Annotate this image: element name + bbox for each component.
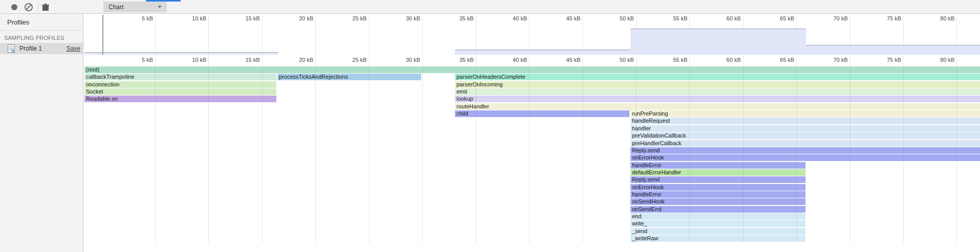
flame-chart-pane[interactable]: 5 kB10 kB15 kB20 kB25 kB30 kB35 kB40 kB4…: [83, 55, 980, 252]
overview-ruler-tick: 45 kB: [547, 15, 580, 21]
flame-gridline: [529, 55, 530, 243]
flame-gridline: [796, 55, 797, 243]
flame-frame-label: onErrorHook: [632, 184, 664, 190]
flame-ruler-tick: 40 kB: [493, 57, 527, 63]
overview-ruler-tick: 40 kB: [493, 15, 527, 21]
flame-frame-label: runPreParsing: [632, 110, 668, 117]
flame-frame-onSendEnd[interactable]: onSendEnd: [630, 206, 805, 213]
flame-frame-_writeRaw[interactable]: _writeRaw: [630, 235, 805, 242]
flame-frame-preValidationCallback[interactable]: preValidationCallback: [630, 132, 980, 139]
overview-step: [455, 50, 630, 55]
profiles-sidebar: Profiles SAMPLING PROFILES % Profile 1 S…: [0, 14, 83, 252]
overview-ruler-tick: 5 kB: [119, 15, 153, 21]
overview-ruler-tick: 35 kB: [440, 15, 474, 21]
flame-frame-label: handleRequest: [632, 118, 670, 124]
flame-frame-routeHandler[interactable]: routeHandler: [455, 103, 980, 110]
overview-step: [630, 29, 806, 55]
flame-ruler-tick: 5 kB: [119, 57, 153, 63]
flame-frame-processTicksAndRejections[interactable]: processTicksAndRejections: [277, 74, 421, 80]
flame-frame-label: preHandlerCallback: [632, 140, 682, 146]
flame-frame-label: Socket: [86, 88, 103, 95]
record-heap-profile-button[interactable]: [9, 2, 20, 13]
flame-frame-onErrorHook[interactable]: onErrorHook: [630, 184, 805, 191]
flame-frame-label: child: [456, 110, 468, 117]
flame-frame-Reply.send[interactable]: Reply.send: [630, 147, 980, 154]
flame-frame-label: onconnection: [86, 81, 119, 87]
flame-frame-_send[interactable]: _send: [630, 228, 805, 235]
profiler-toolbar: Chart: [0, 0, 980, 14]
flame-frame-label: parserOnIncoming: [456, 81, 503, 87]
flame-ruler-tick: 80 kB: [921, 57, 954, 63]
flame-frame-label: onErrorHook: [632, 154, 664, 161]
flame-frame-label: onSendHook: [632, 198, 665, 204]
flame-frame-callbackTrampoline[interactable]: callbackTrampoline: [84, 74, 276, 80]
flame-frame-handler[interactable]: handler: [630, 125, 980, 132]
overview-gridline: [262, 14, 263, 55]
flame-frame-parserOnIncoming[interactable]: parserOnIncoming: [455, 81, 980, 88]
flame-frame-preHandlerCallback[interactable]: preHandlerCallback: [630, 140, 980, 147]
flame-gridline: [369, 55, 369, 243]
profiles-header: Profiles: [0, 14, 83, 31]
flame-frame-onconnection[interactable]: onconnection: [84, 81, 276, 88]
flame-gridline: [422, 55, 423, 243]
flame-frame-label: write_: [632, 220, 647, 226]
trash-icon: [42, 4, 49, 11]
flame-frame-write_[interactable]: write_: [630, 220, 805, 227]
profile-view-select[interactable]: Chart: [103, 2, 167, 12]
flame-frame-label: end: [632, 213, 641, 219]
memory-profiler-panel: Chart Profiles SAMPLING PROFILES % Profi…: [0, 0, 980, 252]
flame-frame-runPreParsing[interactable]: runPreParsing: [630, 110, 980, 117]
overview-gridline: [369, 14, 369, 55]
flame-frame-label: parserOnHeadersComplete: [456, 74, 526, 80]
flame-frame-handleError[interactable]: handleError: [630, 191, 805, 198]
profile-view-select-value: Chart: [103, 4, 123, 11]
flame-gridline: [903, 55, 904, 243]
chevron-down-icon: [158, 6, 162, 8]
flame-frame-lookup[interactable]: lookup: [455, 96, 980, 102]
flame-ruler-tick: 15 kB: [226, 57, 260, 63]
sidebar-item-profile-1[interactable]: % Profile 1 Save: [0, 43, 83, 54]
flame-gridline: [689, 55, 690, 243]
flame-frame-parserOnHeadersComplete[interactable]: parserOnHeadersComplete: [455, 74, 980, 80]
flame-gridline: [636, 55, 637, 243]
flame-gridline: [476, 55, 476, 243]
overview-gridline: [582, 14, 583, 55]
flame-ruler-tick: 75 kB: [867, 57, 901, 63]
flame-frame-root[interactable]: (root): [84, 66, 980, 73]
flame-ruler-tick: 55 kB: [654, 57, 687, 63]
flame-frame-handleError[interactable]: handleError: [630, 162, 805, 169]
overview-gridline: [315, 14, 316, 55]
flame-frame-defaultErrorHandler[interactable]: defaultErrorHandler: [630, 169, 805, 176]
sampling-profiles-section-label: SAMPLING PROFILES: [0, 31, 83, 43]
flame-frame-Socket[interactable]: Socket: [84, 88, 276, 95]
flame-frame-handleRequest[interactable]: handleRequest: [630, 118, 980, 124]
sampling-profile-document-icon: %: [8, 44, 15, 53]
flame-gridline: [155, 55, 156, 243]
overview-gridline: [422, 14, 423, 55]
delete-profile-button[interactable]: [40, 2, 51, 13]
flame-frame-Reply.send[interactable]: Reply.send: [630, 176, 805, 183]
overview-ruler-tick: 10 kB: [172, 15, 206, 21]
flame-ruler-tick: 10 kB: [172, 57, 206, 63]
flame-frame-onErrorHook[interactable]: onErrorHook: [630, 154, 980, 161]
save-profile-link[interactable]: Save: [67, 45, 80, 52]
flame-frame-emit[interactable]: emit: [455, 88, 980, 95]
overview-ruler-tick: 75 kB: [867, 15, 901, 21]
overview-selection-handle[interactable]: [102, 15, 103, 55]
overview-ruler-tick: 15 kB: [226, 15, 260, 21]
flame-frame-label: emit: [456, 88, 467, 95]
overview-ruler-tick: 60 kB: [707, 15, 741, 21]
clear-profiles-button[interactable]: [23, 2, 34, 13]
flame-frame-child[interactable]: child: [455, 110, 629, 117]
overview-gridline: [529, 14, 530, 55]
flame-frame-end[interactable]: end: [630, 213, 805, 220]
flame-frame-Readable.on[interactable]: Readable.on: [84, 96, 276, 102]
allocation-overview-pane[interactable]: 5 kB10 kB15 kB20 kB25 kB30 kB35 kB40 kB4…: [83, 14, 980, 55]
flame-ruler-tick: 20 kB: [279, 57, 313, 63]
flame-frame-label: handler: [632, 125, 651, 131]
flame-frame-label: processTicksAndRejections: [279, 74, 348, 80]
flame-ruler-tick: 35 kB: [440, 57, 474, 63]
clear-icon: [25, 3, 33, 11]
flame-frame-label: (root): [86, 66, 99, 73]
flame-frame-onSendHook[interactable]: onSendHook: [630, 198, 805, 205]
